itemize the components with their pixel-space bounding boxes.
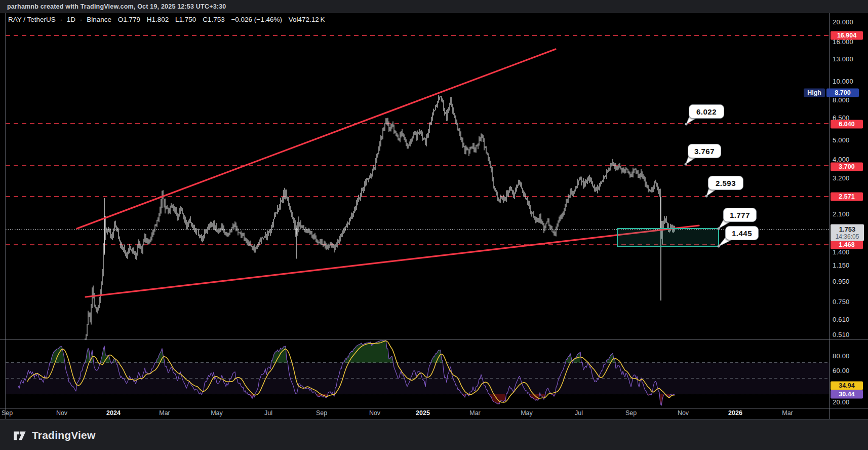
legend-separator: ·: [60, 16, 63, 23]
time-axis[interactable]: SepNov2024MarMayJulSepNov2025MarMayJulSe…: [0, 408, 868, 419]
price-callout[interactable]: 1.445: [725, 226, 759, 240]
tradingview-logo[interactable]: TradingView: [12, 428, 96, 443]
change-value: −0.026 (−1.46%): [231, 16, 282, 23]
ohlc-high: H1.802: [147, 16, 169, 23]
price-axis-label: 0.510: [833, 331, 866, 339]
rsi-axis-label: 20.00: [833, 398, 866, 406]
time-axis-month-label: Sep: [625, 409, 637, 417]
rsi-axis-label: 80.00: [833, 352, 866, 360]
symbol-legend[interactable]: RAY / TetherUS · 1D · Binance O1.779 H1.…: [8, 16, 330, 23]
time-axis-month-label: Nov: [369, 409, 380, 417]
time-axis-month-label: Mar: [782, 409, 793, 417]
time-axis-month-label: May: [211, 409, 223, 417]
time-axis-month-label: Mar: [159, 409, 170, 417]
price-axis-label: 2.100: [833, 210, 866, 218]
current-price-badge: 1.753 14:36:05: [831, 224, 864, 241]
level-price-badge: 16.904: [831, 31, 863, 40]
watermark-text: parhamnb created with TradingView.com, O…: [7, 3, 226, 10]
price-axis-label: 1.400: [833, 248, 866, 256]
tradingview-logo-icon: [12, 428, 27, 443]
price-axis-label: 8.000: [833, 96, 866, 104]
callout-anchor-dot: [705, 195, 708, 198]
time-axis-month-label: Sep: [316, 409, 327, 417]
ohlc-open: O1.779: [118, 16, 140, 23]
interval-label: 1D: [67, 16, 75, 23]
candlesticks: [85, 95, 675, 343]
session-high-badge: High 8.700: [804, 89, 859, 97]
tradingview-chart-app: parhamnb created with TradingView.com, O…: [0, 0, 868, 450]
rsi-indicator: [6, 340, 830, 405]
price-axis-label: 0.610: [833, 316, 866, 323]
current-price: 1.753: [831, 226, 864, 233]
drawings[interactable]: [77, 49, 719, 297]
callout-anchor-dot: [718, 245, 720, 248]
supply-zone-rectangle[interactable]: [617, 229, 719, 246]
price-axis-label: 0.950: [833, 278, 866, 285]
price-callout[interactable]: 2.593: [708, 176, 743, 190]
time-axis-month-label: May: [521, 409, 533, 417]
high-price: 8.700: [826, 89, 859, 97]
price-axis-label: 4.000: [833, 156, 866, 163]
time-axis-month-label: Nov: [678, 409, 689, 417]
rsi-axis-label: 60.00: [833, 367, 866, 374]
price-axis-label: 13.000: [833, 55, 866, 63]
price-callout[interactable]: 6.022: [689, 104, 724, 119]
price-callout[interactable]: 3.767: [688, 144, 721, 158]
time-axis-month-label: Mar: [469, 409, 481, 417]
time-axis-year-label: 2025: [416, 409, 430, 417]
rsi-value-badge: 34.94: [831, 382, 863, 390]
high-label: High: [804, 89, 825, 97]
time-axis-month-label: Sep: [2, 409, 13, 417]
symbol-name: RAY / TetherUS: [8, 16, 56, 23]
callout-anchor-dot: [685, 163, 687, 166]
watermark-bar: parhamnb created with TradingView.com, O…: [0, 0, 868, 13]
level-price-badge: 6.040: [831, 120, 863, 129]
callout-anchor-dot: [718, 228, 720, 230]
price-axis-label: 3.200: [833, 174, 866, 182]
time-axis-month-label: Jul: [575, 409, 583, 417]
price-axis-label: 1.150: [833, 261, 866, 269]
rsi-extreme-fill: [156, 349, 164, 363]
level-price-badge: 2.571: [831, 193, 863, 201]
volume-value: Vol472.12 K: [289, 16, 325, 23]
price-axis-label: 10.000: [833, 78, 866, 85]
price-axis-label: 20.000: [833, 18, 866, 26]
footer-bar: TradingView: [0, 419, 868, 450]
legend-separator: ·: [80, 16, 83, 23]
upper-channel-trendline[interactable]: [77, 49, 556, 229]
ohlc-close: C1.753: [203, 16, 225, 23]
time-axis-month-label: Nov: [56, 409, 67, 417]
price-callout[interactable]: 1.777: [723, 208, 757, 222]
price-axis-label: 0.750: [833, 298, 866, 306]
ohlc-low: L1.750: [175, 16, 196, 23]
time-axis-year-label: 2026: [728, 409, 742, 417]
lower-channel-trendline[interactable]: [86, 226, 699, 297]
tradingview-logo-text: TradingView: [32, 429, 96, 441]
rsi-value-badge: 30.44: [831, 390, 863, 399]
level-price-badge: 3.700: [831, 163, 863, 171]
time-axis-year-label: 2024: [106, 409, 121, 417]
price-axis-label: 5.000: [833, 136, 866, 144]
exchange-label: Binance: [87, 16, 111, 23]
bar-countdown: 14:36:05: [831, 233, 864, 240]
callout-anchor-dot: [685, 123, 688, 126]
level-price-badge: 1.468: [831, 241, 863, 249]
time-axis-month-label: Jul: [264, 409, 272, 417]
